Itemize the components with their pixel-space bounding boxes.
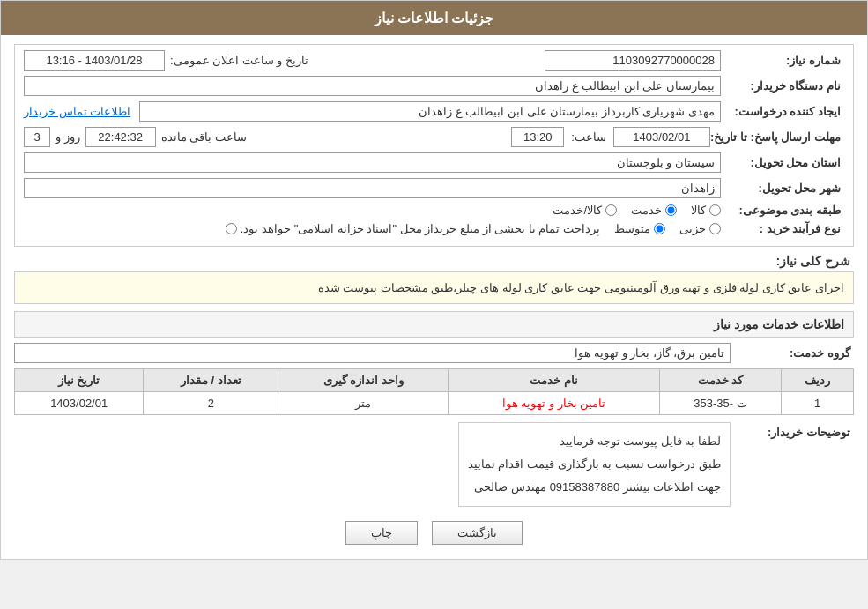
radio-kala-label: کالا	[691, 204, 706, 217]
deadline-remaining: 22:42:32	[85, 127, 156, 147]
cell-unit: متر	[278, 392, 449, 415]
province-value: سیستان و بلوچستان	[24, 152, 721, 173]
radio-motevaset: متوسط	[614, 222, 665, 235]
service-group-label: گروه خدمت:	[731, 346, 854, 360]
radio-kala: کالا	[691, 204, 721, 217]
deadline-label: مهلت ارسال پاسخ: تا تاریخ:	[710, 130, 844, 144]
services-section-title: اطلاعات خدمات مورد نیاز	[14, 311, 854, 338]
services-table-container: ردیف کد خدمت نام خدمت واحد اندازه گیری ت…	[14, 368, 854, 415]
radio-motevaset-input[interactable]	[654, 223, 665, 234]
purchase-type-label: نوع فرآیند خرید :	[721, 222, 844, 235]
col-date: تاریخ نیاز	[15, 369, 144, 392]
back-button[interactable]: بازگشت	[432, 521, 523, 545]
radio-esnad-input[interactable]	[226, 223, 237, 234]
col-code: کد خدمت	[659, 369, 781, 392]
niaaz-number-label: شماره نیاز:	[721, 54, 844, 67]
service-group-value: تامین برق، گاز، بخار و تهویه هوا	[14, 343, 731, 363]
table-row: 1 ت -35-353 تامین بخار و تهویه هوا متر 2…	[15, 392, 854, 415]
print-button[interactable]: چاپ	[345, 521, 418, 545]
radio-khadamat-input[interactable]	[665, 204, 677, 216]
buyer-notes-label: توضیحات خریدار:	[731, 422, 854, 439]
city-label: شهر محل تحویل:	[721, 182, 844, 195]
button-row: بازگشت چاپ	[14, 521, 854, 545]
classification-radio-group: کالا خدمت کالا/خدمت	[24, 204, 721, 217]
deadline-days-label: روز و	[56, 130, 80, 144]
announcement-date-label: تاریخ و ساعت اعلان عمومی:	[170, 54, 308, 67]
page-title: جزئیات اطلاعات نیاز	[375, 11, 494, 26]
classification-label: طبقه بندی موضوعی:	[721, 204, 844, 217]
radio-jozee-input[interactable]	[709, 223, 721, 234]
radio-kala-input[interactable]	[709, 204, 721, 216]
buyer-org-value: بیمارستان علی ابن ابیطالب ع زاهدان	[24, 76, 721, 96]
deadline-time-label: ساعت:	[571, 130, 606, 144]
radio-kala-khadamat-label: کالا/خدمت	[553, 204, 602, 217]
deadline-days: 3	[24, 127, 50, 147]
col-qty: تعداد / مقدار	[144, 369, 278, 392]
announcement-date-value: 1403/01/28 - 13:16	[24, 50, 165, 71]
col-row: ردیف	[782, 369, 854, 392]
purchase-type-radio-group: جزیی متوسط پرداخت تمام یا بخشی از مبلغ خ…	[24, 222, 721, 235]
buyer-notes-line2: طبق درخواست نسبت به بارگذاری قیمت اقدام …	[468, 453, 721, 476]
deadline-time: 13:20	[511, 127, 564, 147]
province-label: استان محل تحویل:	[721, 156, 844, 169]
buyer-notes-line3: جهت اطلاعات بیشتر 09158387880 مهندس صالح…	[468, 476, 721, 499]
description-title: شرح کلی نیاز:	[748, 254, 854, 268]
radio-khadamat-label: خدمت	[631, 204, 662, 217]
deadline-date: 1403/02/01	[613, 127, 710, 147]
buyer-notes-line1: لطفا به فایل پیوست توجه فرمایید	[468, 430, 721, 453]
radio-motevaset-label: متوسط	[614, 222, 650, 235]
services-table: ردیف کد خدمت نام خدمت واحد اندازه گیری ت…	[14, 368, 854, 415]
buyer-notes-content: لطفا به فایل پیوست توجه فرمایید طبق درخو…	[458, 422, 731, 507]
cell-code: ت -35-353	[659, 392, 781, 415]
cell-date: 1403/02/01	[15, 392, 144, 415]
radio-jozee-label: جزیی	[679, 222, 706, 235]
radio-jozee: جزیی	[679, 222, 721, 235]
radio-esnad: پرداخت تمام یا بخشی از مبلغ خریداز محل "…	[226, 222, 600, 235]
cell-name: تامین بخار و تهویه هوا	[449, 392, 660, 415]
buyer-org-label: نام دستگاه خریدار:	[721, 79, 844, 93]
niaaz-number-value: 1103092770000028	[545, 50, 721, 71]
cell-row: 1	[782, 392, 854, 415]
radio-khadamat: خدمت	[631, 204, 677, 217]
creator-value: مهدی شهریاری کاربرداز بیمارستان علی ابن …	[139, 101, 721, 122]
page-header: جزئیات اطلاعات نیاز	[1, 1, 867, 35]
col-unit: واحد اندازه گیری	[278, 369, 449, 392]
deadline-remaining-label: ساعت باقی مانده	[161, 130, 247, 144]
radio-kala-khadamat: کالا/خدمت	[553, 204, 617, 217]
col-name: نام خدمت	[449, 369, 660, 392]
radio-esnad-label: پرداخت تمام یا بخشی از مبلغ خریداز محل "…	[241, 222, 600, 235]
description-content: اجرای عایق کاری لوله فلزی و تهیه ورق آلو…	[14, 271, 854, 304]
city-value: زاهدان	[24, 178, 721, 198]
cell-qty: 2	[144, 392, 278, 415]
creator-label: ایجاد کننده درخواست:	[721, 105, 844, 118]
radio-kala-khadamat-input[interactable]	[605, 204, 617, 216]
contact-link[interactable]: اطلاعات تماس خریدار	[24, 105, 130, 118]
